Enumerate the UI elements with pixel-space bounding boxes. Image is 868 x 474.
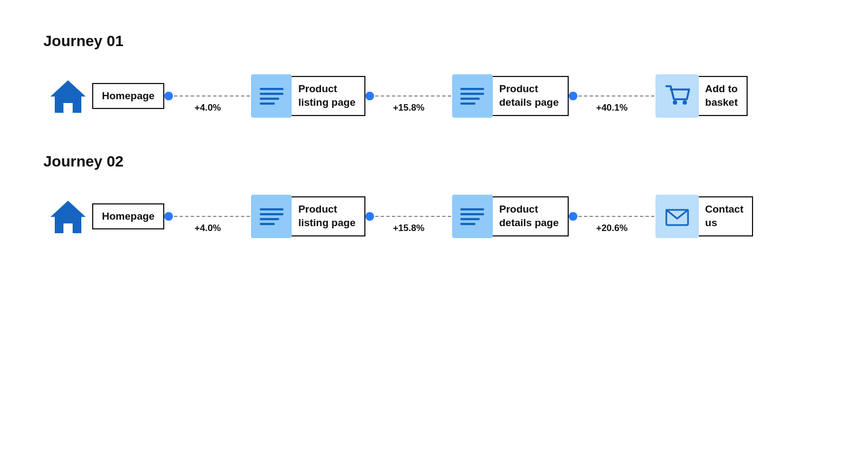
listing-page-label: Productlisting page: [288, 76, 365, 116]
journey-02-node-listing: Productlisting page: [251, 195, 365, 238]
connector-j2-2: +15.8%: [365, 211, 452, 222]
journey-01-node-listing: Productlisting page: [251, 74, 365, 118]
connector-percent-j2-1: +4.0%: [195, 223, 221, 234]
connector-2: +15.8%: [365, 91, 452, 101]
journey-01-node-basket: Add tobasket: [655, 74, 748, 118]
connector-line-j2-3: [578, 216, 654, 217]
details-page-icon: [452, 74, 493, 118]
connector-percent-2: +15.8%: [393, 103, 425, 113]
homepage-label: Homepage: [92, 83, 164, 110]
homepage-label-2: Homepage: [92, 203, 164, 230]
connector-percent-j2-2: +15.8%: [393, 223, 425, 234]
journey-01-section: Journey 01 Homepage +4.0%: [43, 33, 825, 120]
journey-02-node-contact: Contactus: [655, 195, 754, 238]
connector-j2-1: +4.0%: [164, 211, 251, 222]
connector-j2-3: +20.6%: [569, 211, 655, 222]
journey-01-title: Journey 01: [43, 33, 825, 50]
connector-percent-3: +40.1%: [596, 103, 627, 113]
svg-marker-3: [50, 201, 86, 233]
journey-01-node-details: Productdetails page: [452, 74, 569, 118]
connector-percent-1: +4.0%: [195, 103, 221, 113]
connector-line-3: [578, 95, 654, 97]
connector-line-1: [174, 95, 250, 97]
svg-point-2: [683, 100, 687, 105]
svg-marker-0: [50, 80, 86, 113]
journey-02-node-details: Productdetails page: [452, 195, 569, 238]
connector-line-j2-2: [375, 216, 451, 217]
details-page-icon-2: [452, 195, 493, 238]
journey-01-flow: Homepage +4.0% Productlisting page: [43, 72, 825, 120]
connector-line-j2-1: [174, 216, 250, 217]
journey-02-title: Journey 02: [43, 153, 825, 170]
details-page-label: Productdetails page: [490, 76, 569, 116]
connector-percent-j2-3: +20.6%: [596, 223, 627, 234]
connector-1: +4.0%: [164, 91, 251, 101]
home-icon-2: [43, 192, 92, 241]
journey-02-node-homepage: Homepage: [43, 192, 164, 241]
details-page-label-2: Productdetails page: [490, 196, 569, 236]
connector-line-2: [375, 95, 451, 97]
journey-02-flow: Homepage +4.0% Productlisting page: [43, 192, 825, 241]
connector-dot-1: [164, 92, 173, 100]
listing-page-icon: [251, 74, 292, 118]
email-icon: [655, 195, 699, 238]
journey-02-section: Journey 02 Homepage +4.0%: [43, 153, 825, 241]
connector-dot-3: [569, 92, 577, 100]
journey-01-node-homepage: Homepage: [43, 72, 164, 120]
connector-dot-j2-1: [164, 212, 173, 221]
contact-label: Contactus: [696, 196, 754, 236]
basket-label: Add tobasket: [696, 76, 748, 116]
cart-icon: [655, 74, 699, 118]
connector-dot-2: [365, 92, 374, 100]
connector-dot-j2-3: [569, 212, 577, 221]
home-icon: [43, 72, 92, 120]
connector-3: +40.1%: [569, 91, 655, 101]
listing-page-label-2: Productlisting page: [288, 196, 365, 236]
listing-page-icon-2: [251, 195, 292, 238]
connector-dot-j2-2: [365, 212, 374, 221]
svg-point-1: [673, 100, 677, 105]
